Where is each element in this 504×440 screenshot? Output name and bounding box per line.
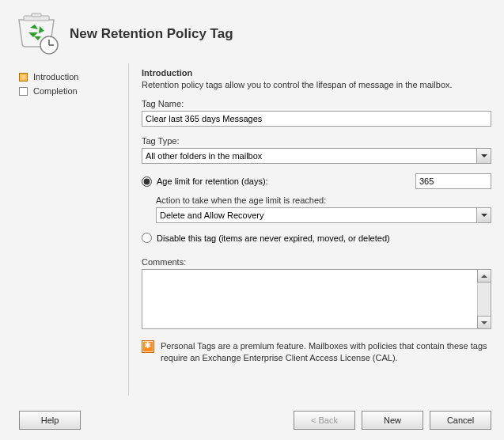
comments-wrapper — [142, 269, 491, 329]
back-button[interactable]: < Back — [294, 411, 355, 430]
cancel-button[interactable]: Cancel — [430, 411, 491, 430]
comments-label: Comments: — [142, 257, 491, 267]
tag-type-label: Tag Type: — [142, 136, 491, 146]
section-title: Introduction — [142, 68, 491, 78]
recycle-bin-icon — [14, 12, 59, 56]
scrollbar[interactable] — [477, 270, 491, 328]
help-button[interactable]: Help — [19, 411, 81, 430]
wizard-footer: Help < Back New Cancel — [0, 400, 504, 440]
wizard-title: New Retention Policy Tag — [70, 26, 233, 42]
step-introduction: Introduction — [19, 70, 125, 84]
action-select[interactable] — [156, 207, 491, 223]
age-limit-radio[interactable] — [142, 176, 152, 187]
wizard-header: New Retention Policy Tag — [0, 0, 504, 63]
new-button[interactable]: New — [362, 411, 423, 430]
premium-info-text: Personal Tags are a premium feature. Mai… — [161, 340, 491, 364]
scroll-up-icon[interactable] — [477, 269, 491, 283]
disable-tag-label: Disable this tag (items are never expire… — [157, 233, 390, 243]
tag-name-label: Tag Name: — [142, 99, 491, 108]
step-label: Completion — [33, 86, 78, 96]
premium-icon — [142, 340, 154, 353]
wizard-window: New Retention Policy Tag Introduction Co… — [0, 0, 504, 440]
wizard-main: Introduction Retention policy tags allow… — [132, 63, 504, 396]
age-limit-input[interactable] — [415, 173, 491, 189]
step-marker-icon — [19, 73, 28, 82]
comments-textarea[interactable] — [142, 270, 476, 328]
section-description: Retention policy tags allow you to contr… — [142, 80, 491, 89]
action-label: Action to take when the age limit is rea… — [156, 195, 491, 205]
age-limit-label: Age limit for retention (days): — [157, 176, 268, 186]
wizard-sidebar: Introduction Completion — [0, 63, 125, 396]
tag-name-input[interactable] — [142, 111, 491, 127]
svg-rect-1 — [32, 13, 41, 17]
premium-info: Personal Tags are a premium feature. Mai… — [142, 340, 491, 364]
step-marker-icon — [19, 87, 28, 96]
scroll-down-icon[interactable] — [477, 316, 491, 329]
step-completion: Completion — [19, 84, 125, 98]
step-label: Introduction — [33, 72, 78, 82]
wizard-body: Introduction Completion Introduction Ret… — [0, 63, 504, 396]
tag-type-select[interactable] — [142, 148, 491, 164]
vertical-divider — [128, 63, 129, 396]
disable-tag-radio[interactable] — [142, 233, 152, 243]
